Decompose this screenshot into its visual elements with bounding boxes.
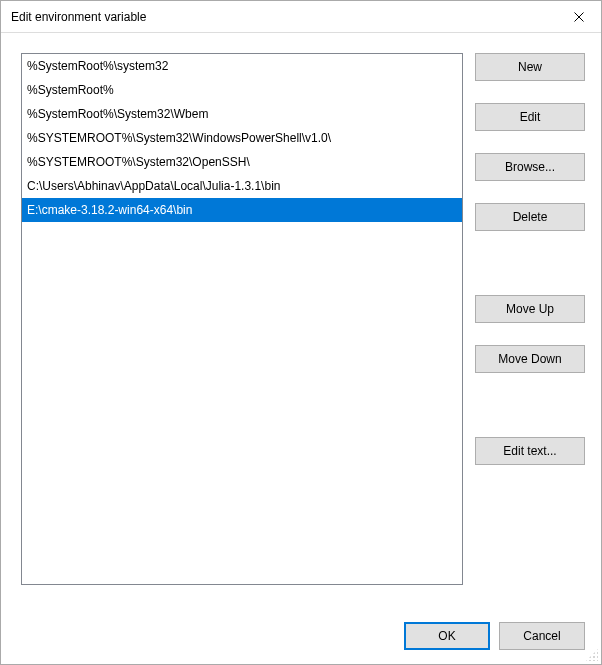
path-item[interactable]: C:\Users\Abhinav\AppData\Local\Julia-1.3…	[22, 174, 462, 198]
edit-button[interactable]: Edit	[475, 103, 585, 131]
ok-button[interactable]: OK	[404, 622, 490, 650]
close-button[interactable]	[556, 2, 601, 32]
path-item[interactable]: %SystemRoot%\System32\Wbem	[22, 102, 462, 126]
new-button[interactable]: New	[475, 53, 585, 81]
dialog-window: Edit environment variable %SystemRoot%\s…	[0, 0, 602, 665]
move-down-button[interactable]: Move Down	[475, 345, 585, 373]
resize-grip	[586, 649, 598, 661]
dialog-content: %SystemRoot%\system32%SystemRoot%%System…	[1, 33, 601, 664]
path-item[interactable]: %SYSTEMROOT%\System32\WindowsPowerShell\…	[22, 126, 462, 150]
delete-button[interactable]: Delete	[475, 203, 585, 231]
button-column: New Edit Browse... Delete Move Up Move D…	[475, 53, 585, 606]
path-item[interactable]: %SYSTEMROOT%\System32\OpenSSH\	[22, 150, 462, 174]
titlebar: Edit environment variable	[1, 1, 601, 33]
cancel-button[interactable]: Cancel	[499, 622, 585, 650]
dialog-footer: OK Cancel	[21, 622, 585, 650]
window-title: Edit environment variable	[11, 1, 146, 33]
browse-button[interactable]: Browse...	[475, 153, 585, 181]
edit-text-button[interactable]: Edit text...	[475, 437, 585, 465]
path-listbox[interactable]: %SystemRoot%\system32%SystemRoot%%System…	[21, 53, 463, 585]
path-item[interactable]: %SystemRoot%\system32	[22, 54, 462, 78]
move-up-button[interactable]: Move Up	[475, 295, 585, 323]
path-item[interactable]: E:\cmake-3.18.2-win64-x64\bin	[22, 198, 462, 222]
path-item[interactable]: %SystemRoot%	[22, 78, 462, 102]
main-area: %SystemRoot%\system32%SystemRoot%%System…	[21, 53, 585, 606]
close-icon	[574, 12, 584, 22]
